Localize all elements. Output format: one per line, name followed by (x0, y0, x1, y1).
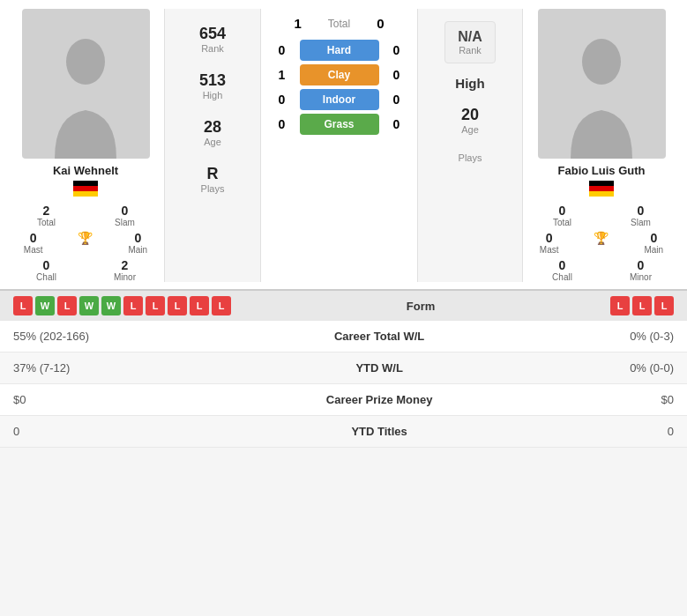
right-minor: 0 Minor (601, 258, 680, 282)
clay-right-score: 0 (388, 68, 406, 82)
left-main: 0 Main (112, 231, 164, 255)
left-minor-value: 2 (122, 258, 129, 272)
center-section: 1 Total 0 0 Hard 0 1 Clay 0 0 Indoor (261, 9, 417, 138)
right-rank-value: N/A (458, 29, 482, 45)
stat-row-career-total: 55% (202-166) Career Total W/L 0% (0-3) (0, 321, 687, 353)
prize-money-left: $0 (0, 384, 230, 416)
right-flag-icon (589, 181, 614, 197)
grass-left-score: 0 (273, 117, 291, 131)
left-age-value: 28 (204, 118, 221, 137)
right-slam: 0 Slam (601, 204, 680, 227)
right-high-value: High (455, 76, 484, 91)
right-player-flag (589, 181, 614, 197)
ytd-wl-right: 0% (0-0) (528, 353, 687, 384)
grass-right-score: 0 (388, 117, 406, 131)
left-mast-main-row: 0 Mast 🏆 0 Main (7, 231, 164, 255)
career-total-left: 55% (202-166) (0, 321, 230, 353)
left-form-badge-3: W (79, 296, 99, 315)
right-mast: 0 Mast (523, 231, 575, 255)
left-flag-icon (73, 181, 98, 197)
left-age-label: Age (204, 137, 221, 147)
left-main-value: 0 (134, 231, 141, 245)
right-chall: 0 Chall (523, 258, 601, 282)
right-middle-stats: N/A Rank High 20 Age Plays (417, 9, 523, 282)
left-mast-value: 0 (30, 231, 37, 245)
left-player-name: Kai Wehnelt (53, 164, 118, 177)
right-age-stat: 20 Age (461, 106, 479, 135)
left-mast: 0 Mast (7, 231, 59, 255)
left-high-value: 513 (199, 71, 226, 90)
left-trophy-icon: 🏆 (78, 231, 93, 245)
left-form-badge-5: L (123, 296, 143, 315)
hard-badge: Hard (300, 40, 379, 61)
right-avatar-silhouette (562, 35, 641, 159)
right-total-score: 0 (377, 16, 384, 31)
left-main-label: Main (128, 245, 147, 255)
right-high-stat: High (455, 76, 484, 92)
left-player-avatar (22, 9, 150, 159)
left-form-badge-8: L (190, 296, 209, 315)
right-trophy-icon: 🏆 (594, 231, 609, 245)
left-trophy: 🏆 (59, 231, 111, 255)
left-total-label: Total (37, 218, 56, 227)
right-minor-label: Minor (630, 272, 652, 282)
hard-right-score: 0 (388, 43, 406, 57)
stat-row-ytd-titles: 0 YTD Titles 0 (0, 416, 687, 448)
right-form-badges: L L L (610, 296, 674, 315)
right-rank-label: Rank (459, 45, 482, 56)
left-slam-value: 0 (122, 204, 129, 218)
right-mast-label: Mast (540, 245, 559, 255)
svg-point-0 (66, 39, 105, 85)
right-slam-value: 0 (638, 204, 645, 218)
right-main: 0 Main (628, 231, 680, 255)
left-total-slam-row: 2 Total 0 Slam (7, 204, 164, 227)
left-plays-label: Plays (201, 183, 225, 194)
right-age-label: Age (461, 124, 479, 135)
left-chall-minor-row: 0 Chall 2 Minor (7, 258, 164, 282)
left-high-stat: 513 High (199, 71, 226, 100)
main-container: Kai Wehnelt 2 Total 0 Slam (0, 0, 687, 448)
right-form-badge-2: L (654, 296, 674, 315)
right-main-label: Main (644, 245, 663, 255)
left-form-badge-4: W (101, 296, 121, 315)
left-chall-label: Chall (36, 272, 56, 282)
left-high-label: High (203, 90, 223, 100)
left-plays-value: R (207, 165, 219, 183)
surface-row-grass: 0 Grass 0 (265, 114, 414, 135)
left-slam-label: Slam (115, 218, 135, 227)
right-total-slam-row: 0 Total 0 Slam (523, 204, 680, 227)
ytd-titles-left: 0 (0, 416, 230, 448)
left-age-stat: 28 Age (204, 118, 221, 147)
indoor-right-score: 0 (388, 93, 406, 107)
right-total-value: 0 (559, 204, 566, 218)
form-section: L W L W W L L L L L Form L L L (0, 289, 687, 321)
indoor-badge: Indoor (300, 89, 379, 110)
left-mast-label: Mast (24, 245, 43, 255)
left-total-value: 2 (43, 204, 50, 218)
left-form-badges: L W L W W L L L L L (13, 296, 231, 315)
right-total-label: Total (553, 218, 571, 227)
surface-row-indoor: 0 Indoor 0 (265, 89, 414, 110)
ytd-wl-left: 37% (7-12) (0, 353, 230, 384)
left-form-badge-2: L (57, 296, 77, 315)
left-player-card: Kai Wehnelt 2 Total 0 Slam (7, 9, 164, 282)
left-rank-value: 654 (199, 25, 226, 43)
left-total: 2 Total (7, 204, 86, 227)
ytd-wl-label: YTD W/L (230, 353, 529, 384)
career-stats-table: 55% (202-166) Career Total W/L 0% (0-3) … (0, 321, 687, 448)
stat-row-ytd-wl: 37% (7-12) YTD W/L 0% (0-0) (0, 353, 687, 384)
left-chall: 0 Chall (7, 258, 86, 282)
right-form-badge-1: L (632, 296, 652, 315)
right-age-value: 20 (461, 106, 479, 124)
right-chall-value: 0 (559, 258, 566, 272)
right-rank-block: N/A Rank (444, 21, 496, 63)
ytd-titles-label: YTD Titles (230, 416, 529, 448)
prize-money-right: $0 (528, 384, 687, 416)
left-plays-stat: R Plays (201, 165, 225, 194)
right-player-name: Fabio Luis Guth (558, 164, 646, 177)
left-form-badge-1: W (35, 296, 55, 315)
clay-left-score: 1 (273, 68, 291, 82)
left-minor-label: Minor (114, 272, 136, 282)
right-mast-main-row: 0 Mast 🏆 0 Main (523, 231, 680, 255)
total-row: 1 Total 0 (265, 9, 414, 36)
